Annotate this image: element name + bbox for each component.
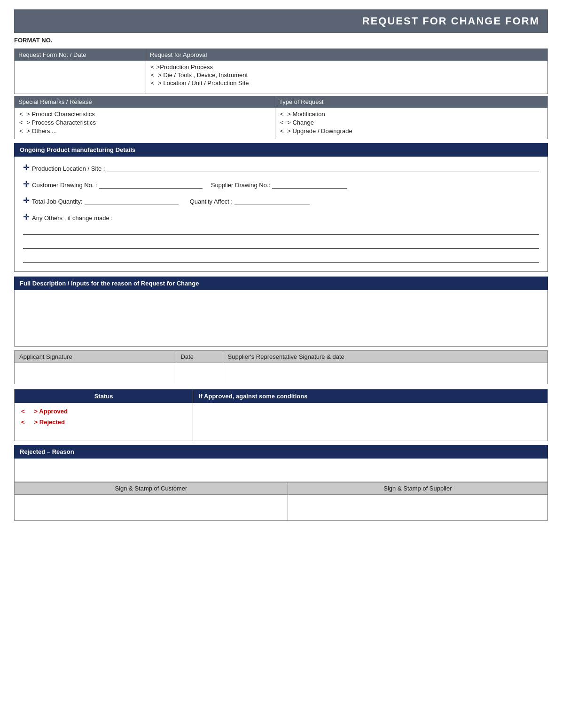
production-location-line (107, 165, 539, 172)
type-label-2: Change (292, 119, 314, 126)
stamp-col2-cell (288, 495, 547, 521)
status-right-panel: If Approved, against some conditions (193, 389, 547, 441)
page-title: REQUEST FOR CHANGE FORM (14, 9, 548, 33)
sig-col2-cell (176, 363, 223, 384)
remarks-arrow-1: > (25, 111, 32, 118)
production-location-row: ✛ Production Location / Site : (23, 163, 539, 172)
remarks-bracket-3: < (19, 127, 23, 135)
supplier-drawing-line (272, 181, 347, 189)
arrow-icon-4: ✛ (23, 213, 29, 222)
type-arrow-1: > (286, 111, 293, 118)
stamp-col1-header: Sign & Stamp of Customer (15, 483, 288, 495)
any-others-lines (23, 224, 539, 263)
special-remarks-body: < > Product Characteristics < > Process … (15, 108, 275, 139)
description-section-body (14, 290, 548, 347)
sig-col1-header: Applicant Signature (15, 351, 176, 363)
rejected-reason-section: Rejected – Reason (14, 445, 548, 482)
approval-item-3-text: > (156, 79, 164, 87)
approval-item-2-label: Die / Tools , Device, Instrument (163, 71, 248, 79)
type-arrow-3: > (286, 127, 293, 135)
remarks-arrow-3: > (25, 127, 32, 135)
status-left-panel: Status < > Approved < > Rejected (15, 389, 193, 441)
description-section-header: Full Description / Inputs for the reason… (14, 277, 548, 290)
request-approval-body: < > Production Process < > Die / Tools ,… (146, 61, 547, 94)
type-of-request-header: Type of Request (275, 96, 547, 108)
arrow-icon-1: ✛ (23, 163, 29, 172)
text-line-2 (23, 238, 539, 249)
rejected-item: < > Rejected (21, 419, 186, 426)
text-line-1 (23, 224, 539, 235)
type-item-1: < > Modification (280, 111, 543, 118)
any-others-label: Any Others , if change made : (32, 214, 113, 222)
approved-item: < > Approved (21, 408, 186, 415)
any-others-row: ✛ Any Others , if change made : (23, 213, 539, 222)
type-bracket-1: < (280, 111, 284, 118)
remarks-bracket-1: < (19, 111, 23, 118)
top-section: Request Form No. / Date Request for Appr… (14, 48, 548, 94)
ongoing-section-body: ✛ Production Location / Site : ✛ Custome… (14, 157, 548, 272)
remarks-label-1: Product Characteristics (31, 111, 94, 118)
approval-item-1: < > Production Process (151, 63, 543, 71)
status-right-body (193, 403, 547, 441)
approval-item-2: < > Die / Tools , Device, Instrument (151, 71, 543, 79)
approval-item-3: < > Location / Unit / Production Site (151, 79, 543, 87)
remarks-label-3: Others.... (31, 127, 56, 135)
signature-table: Applicant Signature Date Supplier's Repr… (14, 350, 548, 384)
total-job-row: ✛ Total Job Quantity: Quantity Affect : (23, 196, 539, 205)
quantity-affect-line (234, 198, 310, 205)
rejected-bracket: < (21, 419, 25, 426)
format-no-label: FORMAT NO. (14, 37, 548, 44)
type-bracket-3: < (280, 127, 284, 135)
status-right-header: If Approved, against some conditions (193, 389, 547, 403)
remarks-item-3: < > Others.... (19, 127, 270, 135)
bracket-open-2: < (151, 71, 155, 79)
sig-col1-cell (15, 363, 176, 384)
text-line-3 (23, 253, 539, 263)
status-section: Status < > Approved < > Rejected If Appr… (14, 389, 548, 441)
remarks-bracket-2: < (19, 119, 23, 126)
rejected-reason-body (14, 459, 548, 482)
request-form-no-body (15, 61, 146, 94)
type-of-request-panel: Type of Request < > Modification < > Cha… (275, 96, 547, 139)
request-approval-header: Request for Approval (146, 49, 547, 61)
production-location-label: Production Location / Site : (32, 165, 105, 172)
approved-bracket: < (21, 408, 25, 415)
approved-text: > Approved (34, 408, 68, 415)
total-job-line (85, 198, 179, 205)
customer-drawing-label: Customer Drawing No. : (32, 182, 97, 189)
approval-item-3-label: Location / Unit / Production Site (163, 79, 249, 87)
status-left-header: Status (15, 389, 193, 403)
approval-item-2-text: > (156, 71, 164, 79)
request-form-no-header: Request Form No. / Date (15, 49, 146, 61)
type-bracket-2: < (280, 119, 284, 126)
special-remarks-panel: Special Remarks / Release < > Product Ch… (15, 96, 275, 139)
type-arrow-2: > (286, 119, 293, 126)
request-form-no-panel: Request Form No. / Date (15, 49, 146, 94)
rejected-text: > Rejected (34, 419, 65, 426)
ongoing-section-header: Ongoing Product manufacturing Details (14, 143, 548, 157)
sig-col3-header: Supplier's Representative Signature & da… (223, 351, 547, 363)
type-of-request-body: < > Modification < > Change < > Upgrade … (275, 108, 547, 139)
middle-section: Special Remarks / Release < > Product Ch… (14, 96, 548, 139)
stamp-col2-header: Sign & Stamp of Supplier (288, 483, 547, 495)
supplier-drawing-label: Supplier Drawing No.: (211, 182, 270, 189)
arrow-icon-2: ✛ (23, 180, 29, 189)
request-approval-panel: Request for Approval < > Production Proc… (146, 49, 547, 94)
sig-col3-cell (223, 363, 547, 384)
special-remarks-header: Special Remarks / Release (15, 96, 275, 108)
status-wrapper: Status < > Approved < > Rejected If Appr… (14, 389, 548, 441)
type-item-2: < > Change (280, 119, 543, 126)
stamp-col1-cell (15, 495, 288, 521)
approval-item-1-text: > (156, 63, 160, 71)
arrow-icon-3: ✛ (23, 196, 29, 205)
type-label-1: Modification (292, 111, 325, 118)
approval-item-1-label: Production Process (160, 63, 213, 71)
type-label-3: Upgrade / Downgrade (292, 127, 352, 135)
remarks-arrow-2: > (25, 119, 32, 126)
stamp-table: Sign & Stamp of Customer Sign & Stamp of… (14, 482, 548, 521)
customer-drawing-row: ✛ Customer Drawing No. : Supplier Drawin… (23, 180, 539, 189)
rejected-reason-header: Rejected – Reason (14, 445, 548, 459)
remarks-item-1: < > Product Characteristics (19, 111, 270, 118)
remarks-item-2: < > Process Characteristics (19, 119, 270, 126)
sig-col2-header: Date (176, 351, 223, 363)
